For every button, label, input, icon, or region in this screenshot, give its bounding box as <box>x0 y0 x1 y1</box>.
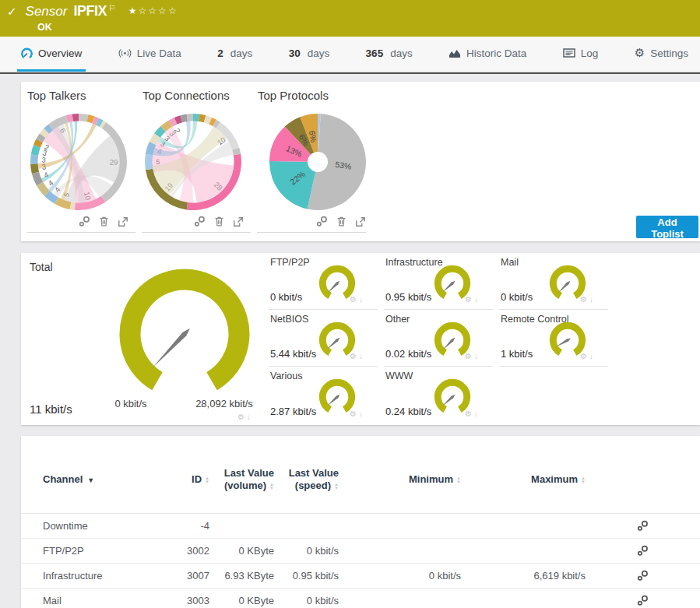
gear-icon[interactable]: ⚙ <box>465 352 474 360</box>
delete-icon[interactable] <box>336 216 346 227</box>
channel-settings-icon <box>637 595 649 606</box>
gauge-label: Various <box>270 371 302 381</box>
tab-2-days[interactable]: 2 days <box>213 37 256 72</box>
add-toplist-button[interactable]: Add Toplist <box>636 216 698 238</box>
tab-365-days[interactable]: 365 days <box>362 37 417 72</box>
toplists-card: Top Talkers Top Connections Top Protocol… <box>21 82 700 241</box>
channel-settings-button[interactable] <box>637 595 649 608</box>
column-header-id[interactable]: ID▲▼ <box>147 473 209 486</box>
channel-gauge-netbios: NetBIOS5.44 kbit/s⚙↓ <box>269 310 378 367</box>
gauge-actions: ⚙↓ <box>465 409 480 418</box>
tab-label: Log <box>581 47 599 59</box>
cell-id: 3002 <box>147 539 209 563</box>
column-header-last-value-volume[interactable]: Last Value (volume)▲▼ <box>212 467 274 492</box>
tab-settings[interactable]: ⚙ Settings <box>631 37 692 72</box>
delete-icon[interactable] <box>99 216 109 227</box>
total-gauge-value: 11 kbit/s <box>30 402 72 416</box>
settings-icon[interactable] <box>194 216 206 227</box>
top-connections-chord-chart[interactable]: 102819543332 <box>144 113 242 211</box>
chord-segment <box>72 114 79 121</box>
toplist-divider <box>26 232 135 233</box>
table-row: Infrastructure30076.93 KByte0.95 kbit/s0… <box>21 564 700 589</box>
delete-icon[interactable] <box>214 216 224 227</box>
gauge-arc <box>130 279 239 381</box>
table-row: Downtime-4 <box>21 514 700 539</box>
channel-settings-button[interactable] <box>637 545 649 559</box>
gauge-label: FTP/P2P <box>270 257 310 268</box>
tab-label: Settings <box>650 47 688 59</box>
tab-days-unit: days <box>390 47 413 59</box>
gauges-card: Total 0 kbit/s 28,092 kbit/s 11 kbit/s ⚙… <box>21 253 700 425</box>
channel-settings-button[interactable] <box>637 520 649 534</box>
tab-overview[interactable]: Overview <box>17 37 86 72</box>
column-header-last-value-speed[interactable]: Last Value (speed)▲▼ <box>276 467 339 492</box>
gear-icon[interactable]: ⚙ <box>580 295 589 304</box>
total-gauge-label: Total <box>30 261 53 273</box>
channel-settings-button[interactable] <box>637 570 649 584</box>
tab-historic-data[interactable]: Historic Data <box>445 37 530 72</box>
gear-icon[interactable]: ⚙ <box>465 295 474 304</box>
open-external-icon[interactable] <box>233 216 244 227</box>
gauge-value: 2.87 kbit/s <box>270 406 316 417</box>
sort-caret-icon: ▼ <box>87 476 94 484</box>
channel-gauge-other: Other0.02 kbit/s⚙↓ <box>384 310 493 367</box>
download-icon[interactable]: ↓ <box>589 352 596 360</box>
tab-30-days[interactable]: 30 days <box>285 37 334 72</box>
tab-live-data[interactable]: Live Data <box>114 37 185 72</box>
toplist-title-protocols: Top Protocols <box>258 89 329 102</box>
gauge-icon <box>21 47 33 59</box>
download-icon[interactable]: ↓ <box>359 295 365 304</box>
chord-segment <box>30 163 39 174</box>
download-icon[interactable]: ↓ <box>474 295 480 304</box>
sort-arrows-icon: ▲▼ <box>269 483 274 490</box>
gauge-value: 1 kbit/s <box>501 348 533 360</box>
download-icon[interactable]: ↓ <box>247 413 253 421</box>
download-icon[interactable]: ↓ <box>359 409 365 418</box>
gear-icon[interactable]: ⚙ <box>350 409 359 418</box>
tab-label: Live Data <box>137 47 181 59</box>
prtg-sensor-page: ✓ Sensor IPFIX ⚐ ★☆☆☆☆ OK Overview Live … <box>0 0 700 608</box>
settings-icon[interactable] <box>79 216 90 227</box>
tab-label: Historic Data <box>466 47 526 59</box>
open-external-icon[interactable] <box>355 216 366 227</box>
open-external-icon[interactable] <box>118 216 128 227</box>
channel-table-rows: Downtime-4FTP/P2P30020 KByte0 kbit/sInfr… <box>21 514 700 608</box>
toplist-title-talkers: Top Talkers <box>27 89 86 102</box>
sort-arrows-icon: ▲▼ <box>456 476 461 484</box>
settings-icon[interactable] <box>316 216 328 227</box>
tab-label: Overview <box>38 47 82 59</box>
tab-log[interactable]: Log <box>559 37 603 72</box>
download-icon[interactable]: ↓ <box>359 352 365 360</box>
cell-speed: 0.95 kbit/s <box>276 564 339 588</box>
status-check-icon: ✓ <box>7 5 17 19</box>
column-header-channel[interactable]: Channel▼ <box>43 473 94 487</box>
tab-days-number: 30 <box>289 47 301 59</box>
gear-icon[interactable]: ⚙ <box>237 413 247 421</box>
sensor-tabbar: Overview Live Data 2 days 30 days 365 da… <box>0 37 700 72</box>
flag-icon[interactable]: ⚐ <box>108 3 116 13</box>
gear-icon[interactable]: ⚙ <box>465 409 474 418</box>
priority-stars[interactable]: ★☆☆☆☆ <box>128 5 178 16</box>
gear-icon[interactable]: ⚙ <box>350 295 359 304</box>
download-icon[interactable]: ↓ <box>474 409 480 418</box>
cell-speed: 0 kbit/s <box>276 589 339 608</box>
gauge-actions: ⚙↓ <box>465 295 480 304</box>
download-icon[interactable]: ↓ <box>589 295 596 304</box>
top-talkers-chord-chart[interactable]: 2910544433326 <box>30 113 128 211</box>
download-icon[interactable]: ↓ <box>474 352 480 360</box>
sensor-name: IPFIX <box>73 3 107 19</box>
gauge-actions: ⚙↓ <box>350 352 365 360</box>
column-header-minimum[interactable]: Minimum▲▼ <box>396 473 461 486</box>
column-header-maximum[interactable]: Maximum▲▼ <box>520 473 586 486</box>
channel-gauge-www: WWW0.24 kbit/s⚙↓ <box>384 367 493 423</box>
gear-icon[interactable]: ⚙ <box>580 352 589 360</box>
top-protocols-pie-chart[interactable]: 53%22%13%6%6% <box>269 113 367 211</box>
gauge-needle <box>327 395 339 406</box>
sensor-titlebar: ✓ Sensor IPFIX ⚐ ★☆☆☆☆ OK <box>0 0 700 37</box>
gauge-label: NetBIOS <box>270 314 308 325</box>
gauge-label: Other <box>385 314 410 325</box>
total-gauge-actions: ⚙↓ <box>237 413 253 421</box>
chord-segment <box>30 154 38 163</box>
gear-icon[interactable]: ⚙ <box>350 352 359 360</box>
channel-settings-icon <box>637 520 649 532</box>
